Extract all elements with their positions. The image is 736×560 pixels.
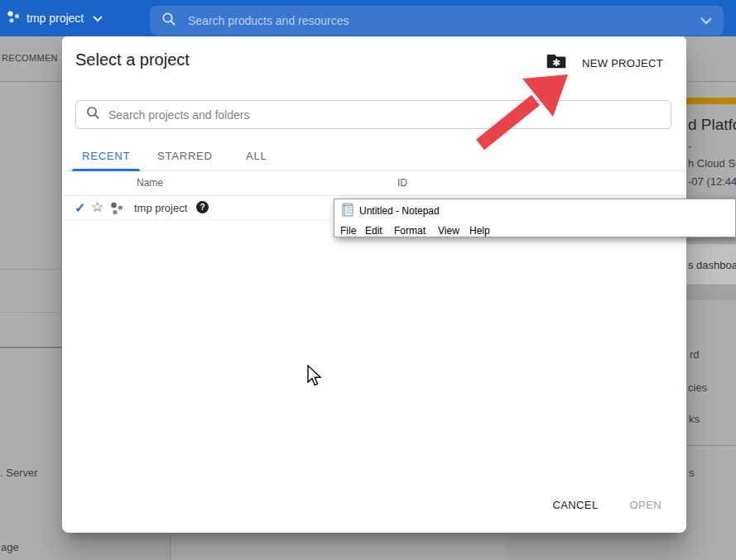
search-icon — [161, 12, 176, 30]
bg-divider — [0, 312, 62, 313]
bg-band — [686, 286, 736, 300]
project-name: tmp project — [134, 202, 187, 214]
dialog-title: Select a project — [75, 50, 190, 69]
bg-platform-title: d Platfor — [688, 116, 736, 134]
global-search-input[interactable] — [188, 14, 700, 27]
tab-recent[interactable]: RECENT — [82, 150, 130, 162]
dialog-tabs: RECENT STARRED ALL — [62, 144, 686, 171]
menu-help[interactable]: Help — [469, 225, 490, 237]
dialog-actions: CANCEL OPEN — [547, 492, 666, 518]
chevron-down-icon — [93, 12, 103, 25]
project-logo-icon — [109, 201, 124, 219]
new-project-label: NEW PROJECT — [582, 57, 663, 69]
active-tab-underline — [72, 169, 140, 171]
select-project-dialog: Select a project ✱ NEW PROJECT RECENT ST… — [62, 36, 686, 533]
search-icon — [86, 106, 100, 123]
help-icon[interactable]: ? — [196, 201, 209, 213]
star-icon[interactable]: ☆ — [91, 199, 103, 216]
project-switcher[interactable]: tmp project — [7, 10, 103, 26]
notepad-menubar: File Edit Format View Help — [334, 223, 735, 237]
bg-timestamp: -07 (12:44: — [688, 175, 736, 188]
open-button[interactable]: OPEN — [625, 492, 666, 518]
project-search-input[interactable] — [108, 108, 661, 122]
project-search-box[interactable] — [75, 100, 671, 129]
notepad-window: Untitled - Notepad File Edit Format View… — [334, 199, 736, 237]
console-header: tmp project — [0, 0, 736, 36]
bg-link-rd: rd — [690, 348, 700, 361]
tab-starred[interactable]: STARRED — [157, 150, 213, 162]
bg-divider — [0, 347, 62, 348]
global-search-bar[interactable] — [150, 6, 724, 36]
svg-text:✱: ✱ — [552, 57, 560, 69]
new-project-folder-icon: ✱ — [546, 50, 567, 75]
bg-recommended-label: RECOMMEN — [2, 53, 58, 63]
bg-card — [171, 534, 506, 560]
bg-divider — [0, 269, 62, 270]
column-header-id: ID — [397, 177, 407, 189]
bg-dashboard-link: s dashboar — [688, 259, 736, 271]
column-header-name: Name — [137, 177, 163, 189]
bg-storage-label: age — [1, 541, 19, 553]
notepad-titlebar[interactable]: Untitled - Notepad — [334, 199, 735, 223]
bg-divider — [686, 445, 736, 446]
bg-link-s: s — [689, 467, 695, 479]
menu-view[interactable]: View — [438, 225, 459, 237]
notepad-icon — [341, 203, 354, 220]
tab-all[interactable]: ALL — [246, 150, 267, 162]
project-switcher-label: tmp project — [26, 12, 84, 25]
bg-cloud-sc: h Cloud SC — [688, 157, 736, 170]
project-logo-icon — [7, 10, 21, 26]
bg-link-ks: ks — [689, 413, 700, 425]
bg-server-label: . Server — [0, 467, 38, 479]
notepad-title: Untitled - Notepad — [359, 205, 440, 217]
bg-link-cies: cies — [688, 381, 707, 394]
cancel-button[interactable]: CANCEL — [547, 492, 603, 518]
selected-check-icon: ✓ — [75, 200, 85, 216]
menu-edit[interactable]: Edit — [365, 225, 382, 237]
bg-dash: - — [688, 141, 691, 152]
new-project-button[interactable]: ✱ NEW PROJECT — [542, 47, 666, 79]
menu-file[interactable]: File — [340, 225, 356, 237]
chevron-down-icon[interactable] — [700, 13, 712, 28]
bg-status-yellow-bar — [686, 98, 736, 104]
menu-format[interactable]: Format — [394, 225, 426, 237]
